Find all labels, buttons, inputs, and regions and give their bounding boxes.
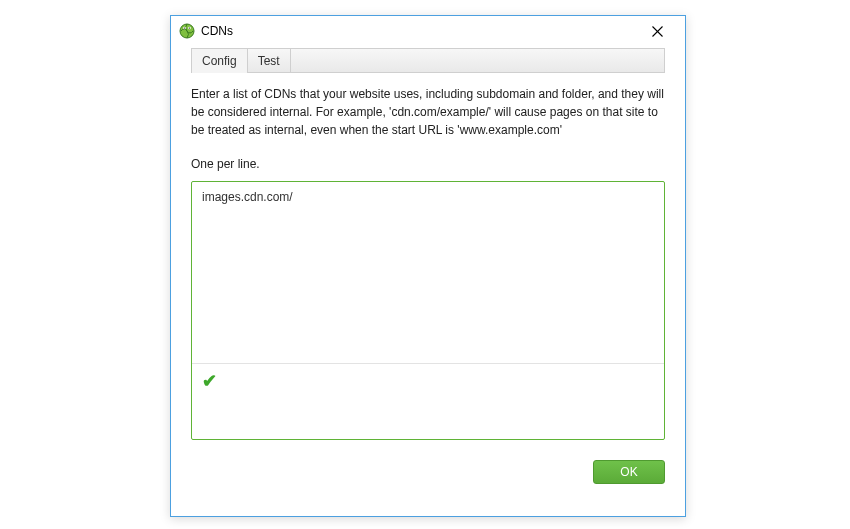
svg-point-4 (189, 27, 190, 28)
cdn-list-textarea[interactable] (192, 182, 664, 363)
titlebar[interactable]: CDNs (171, 16, 685, 46)
tab-test[interactable]: Test (248, 49, 291, 72)
tabs-bar: Config Test (191, 48, 665, 73)
cdn-input-container: ✔ (191, 181, 665, 440)
cdns-dialog: CDNs Config Test Enter a list of CDNs th… (170, 15, 686, 517)
svg-point-3 (184, 27, 185, 28)
one-per-line-label: One per line. (191, 157, 665, 171)
globe-frog-icon (179, 23, 195, 39)
ok-button[interactable]: OK (593, 460, 665, 484)
tab-test-label: Test (258, 54, 280, 68)
close-icon (652, 26, 663, 37)
checkmark-icon: ✔ (202, 372, 217, 390)
close-button[interactable] (637, 17, 677, 45)
tab-config[interactable]: Config (192, 49, 248, 72)
button-row: OK (191, 460, 665, 484)
validation-status-strip: ✔ (192, 363, 664, 439)
window-title: CDNs (201, 24, 637, 38)
dialog-content: Config Test Enter a list of CDNs that yo… (171, 48, 685, 498)
tab-config-label: Config (202, 54, 237, 68)
ok-button-label: OK (620, 465, 637, 479)
description-text: Enter a list of CDNs that your website u… (191, 85, 665, 139)
